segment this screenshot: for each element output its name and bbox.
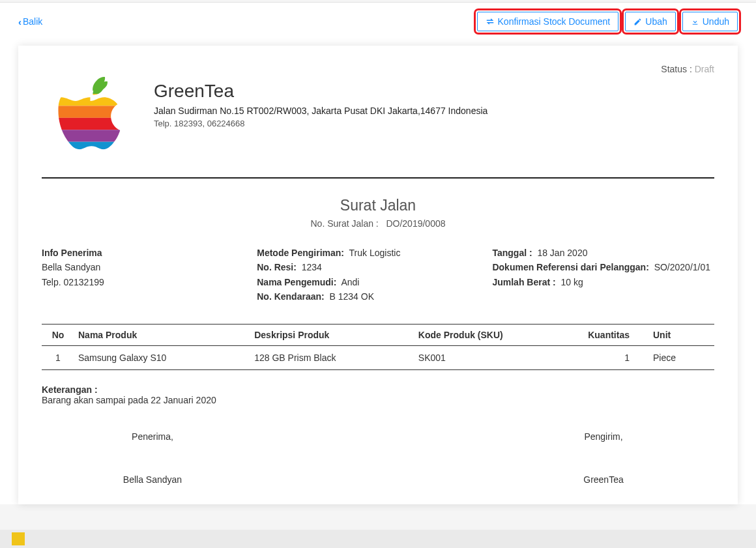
date-value: 18 Jan 2020	[537, 248, 587, 258]
col-no: No	[42, 324, 74, 345]
cell-no: 1	[42, 345, 74, 369]
document-card: Status : Draft	[18, 46, 738, 504]
company-address: Jalan Sudirman No.15 RT002/RW003, Jakart…	[154, 106, 487, 116]
cell-qty: 1	[584, 345, 649, 369]
products-table: No Nama Produk Deskripsi Produk Kode Pro…	[42, 324, 714, 370]
company-name: GreenTea	[154, 81, 487, 102]
resi-value: 1234	[302, 262, 322, 272]
unduh-button[interactable]: Unduh	[682, 12, 738, 31]
konfirmasi-label: Konfirmasi Stock Document	[498, 16, 611, 27]
driver-label: Nama Pengemudi:	[257, 277, 336, 287]
cell-desc: 128 GB Prism Black	[250, 345, 414, 369]
ship-method-value: Truk Logistic	[349, 248, 401, 258]
back-link[interactable]: ‹ Balik	[18, 16, 42, 27]
cell-unit: Piece	[649, 345, 714, 369]
cell-sku: SK001	[414, 345, 584, 369]
receiver-sign-name: Bella Sandyan	[94, 474, 211, 485]
receiver-name: Bella Sandyan	[42, 260, 250, 274]
col-qty: Kuantitas	[584, 324, 649, 345]
cell-name: Samsung Galaxy S10	[74, 345, 250, 369]
konfirmasi-button[interactable]: Konfirmasi Stock Document	[477, 12, 619, 31]
receiver-tel: Telp. 02132199	[42, 275, 250, 289]
svg-rect-2	[55, 106, 126, 117]
ref-label: Dokumen Referensi dari Pelanggan:	[492, 262, 648, 272]
notes-label: Keterangan :	[42, 384, 714, 395]
weight-label: Jumlah Berat :	[492, 277, 555, 287]
notes-text: Barang akan sampai pada 22 Januari 2020	[42, 395, 714, 405]
col-name: Nama Produk	[74, 324, 250, 345]
document-title: Surat Jalan	[42, 197, 714, 214]
col-desc: Deskripsi Produk	[250, 324, 414, 345]
chevron-left-icon: ‹	[18, 16, 22, 27]
back-link-label: Balik	[23, 16, 42, 27]
vehicle-label: No. Kendaraan:	[257, 291, 324, 302]
svg-rect-4	[55, 130, 126, 141]
pencil-icon	[633, 18, 642, 26]
ship-method-label: Metode Pengiriman:	[257, 248, 344, 258]
weight-value: 10 kg	[560, 277, 583, 287]
doc-no-value: DO/2019/0008	[386, 218, 445, 229]
svg-rect-5	[55, 142, 126, 162]
driver-value: Andi	[341, 277, 359, 287]
unduh-label: Unduh	[703, 16, 729, 27]
exchange-icon	[486, 17, 495, 26]
footer-square-icon	[12, 532, 25, 545]
status-label: Status :	[661, 64, 691, 74]
company-tel: Telp. 182393, 06224668	[154, 119, 487, 128]
status-value: Draft	[695, 64, 714, 74]
receiver-heading: Info Penerima	[42, 246, 250, 260]
ubah-button[interactable]: Ubah	[625, 12, 675, 31]
footer-bar	[0, 530, 756, 548]
col-sku: Kode Produk (SKU)	[414, 324, 584, 345]
sender-sign-name: GreenTea	[545, 474, 662, 485]
svg-rect-0	[55, 77, 126, 94]
receiver-sign-label: Penerima,	[94, 431, 211, 442]
date-label: Tanggal :	[492, 248, 532, 258]
col-unit: Unit	[649, 324, 714, 345]
vehicle-value: B 1234 OK	[329, 291, 374, 302]
svg-rect-1	[55, 94, 126, 106]
sender-sign-label: Pengirim,	[545, 431, 662, 442]
ubah-label: Ubah	[645, 16, 667, 27]
table-row: 1 Samsung Galaxy S10 128 GB Prism Black …	[42, 345, 714, 369]
svg-rect-3	[55, 118, 126, 130]
download-icon	[691, 18, 699, 26]
resi-label: No. Resi:	[257, 262, 297, 272]
doc-no-label: No. Surat Jalan :	[310, 218, 378, 229]
ref-value: SO/2020/1/01	[654, 262, 710, 272]
company-logo	[42, 77, 139, 162]
